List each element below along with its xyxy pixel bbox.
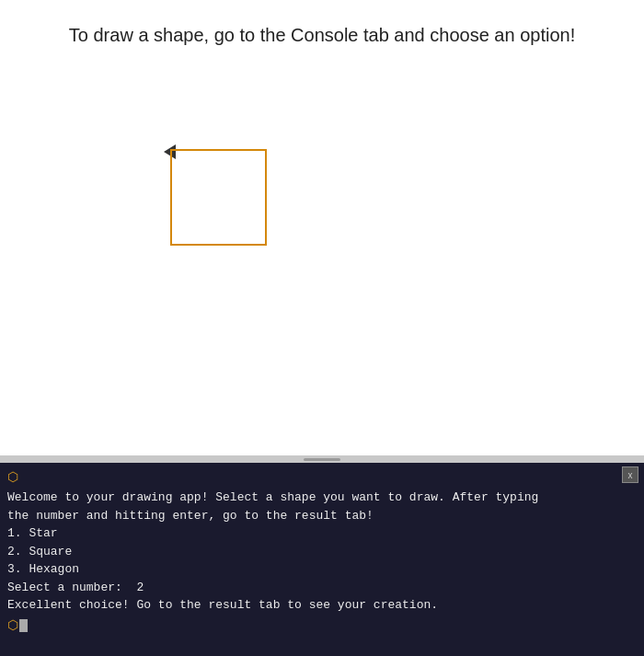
console-line-5: 3. Hexagon <box>7 560 637 579</box>
square-shape <box>170 149 267 246</box>
divider[interactable] <box>0 455 644 463</box>
console-close-button[interactable]: x <box>622 466 638 483</box>
console-line-2: the number and hitting enter, go to the … <box>7 507 637 525</box>
console-input-line: ⬡ <box>7 616 637 636</box>
canvas-area: To draw a shape, go to the Console tab a… <box>0 0 644 455</box>
console-prompt-icon: ⬡ <box>7 468 18 488</box>
divider-handle <box>304 458 340 461</box>
console-prompt-icon-2: ⬡ <box>7 616 18 636</box>
console-line-6: Select a number: 2 <box>7 579 637 597</box>
instruction-text: To draw a shape, go to the Console tab a… <box>69 22 575 48</box>
console-line-1: Welcome to your drawing app! Select a sh… <box>7 489 637 507</box>
console-area: x ⬡ Welcome to your drawing app! Select … <box>0 463 644 656</box>
console-line-7: Excellent choice! Go to the result tab t… <box>7 596 637 615</box>
console-line-3: 1. Star <box>7 524 637 543</box>
drawing-canvas <box>0 48 644 455</box>
console-cursor <box>19 619 28 632</box>
console-line-4: 2. Square <box>7 543 637 561</box>
